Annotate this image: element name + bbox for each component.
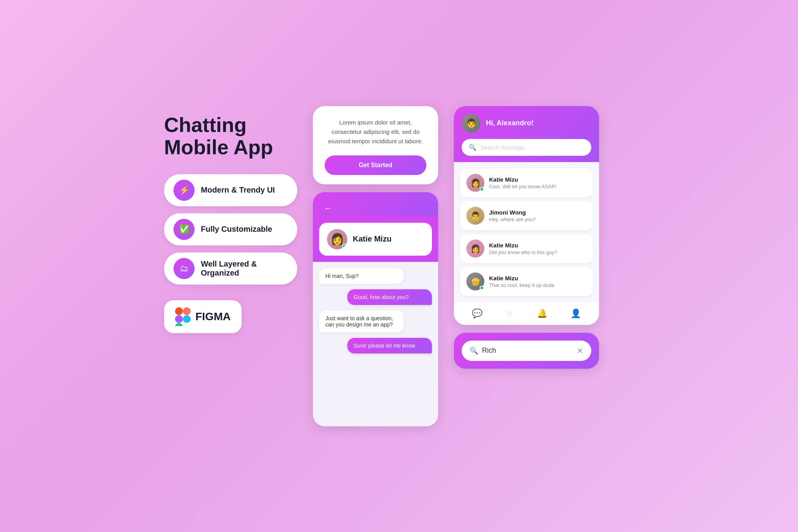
search-placeholder: Search message...: [480, 144, 529, 151]
online-dot: [480, 286, 484, 290]
list-avatar: 👩: [466, 240, 484, 258]
chat-messages: Hi man, Sup?Good, how about you?Just wan…: [313, 262, 438, 426]
bottom-nav: 💬 ☆ 🔔 👤: [454, 302, 599, 325]
chat-list-item[interactable]: 👩 Katie Mizu Did you know who is this gu…: [460, 234, 593, 263]
contact-name: Katie Mizu: [353, 234, 392, 243]
nav-bell-icon[interactable]: 🔔: [537, 308, 547, 319]
chat-app-header: 👨 Hi, Alexandro! 🔍 Search message...: [454, 106, 599, 162]
online-indicator: [342, 244, 347, 249]
search-card-icon: 🔍: [469, 346, 478, 355]
list-contact-name: Katie Mizu: [489, 242, 587, 249]
contact-avatar: 👩: [327, 229, 347, 249]
svg-rect-1: [183, 307, 191, 315]
left-panel: Chatting Mobile App ⚡ Modern & Trendy UI…: [164, 106, 297, 333]
svg-rect-3: [175, 323, 183, 326]
bottom-search-card: 🔍 ✕: [454, 333, 599, 369]
greeting-text: Hi, Alexandro!: [486, 119, 533, 127]
welcome-body-text: Lorem ipsum dolor sit amet, consectetur …: [325, 118, 426, 146]
feature-customizable: ✅ Fully Customizable: [164, 213, 297, 245]
list-avatar: 👨: [466, 207, 484, 225]
search-icon: 🔍: [469, 144, 477, 151]
list-avatar: 👩: [466, 174, 484, 192]
back-button[interactable]: ←: [321, 200, 336, 216]
feature-customizable-icon: ✅: [173, 219, 195, 240]
feature-layered: 🗂 Well Layered & Organized: [164, 252, 297, 285]
feature-trendy-label: Modern & Trendy UI: [201, 186, 275, 195]
features-list: ⚡ Modern & Trendy UI ✅ Fully Customizabl…: [164, 174, 297, 285]
figma-icon: [175, 307, 191, 326]
message-bubble: Hi man, Sup?: [319, 268, 404, 284]
list-last-message: Hey, where are you?: [489, 216, 587, 222]
list-info: Katie Mizu Cool, Will let you know ASAP!: [489, 176, 587, 189]
title-line1: Chatting: [164, 114, 247, 136]
search-card-bar[interactable]: 🔍 ✕: [462, 341, 591, 361]
right-section: 👨 Hi, Alexandro! 🔍 Search message... 👩: [454, 106, 599, 369]
welcome-card-content: Lorem ipsum dolor sit amet, consectetur …: [313, 106, 438, 184]
chat-list-item[interactable]: 👴 Katie Mizu That so cool, keep it up du…: [460, 267, 593, 296]
contact-card: 👩 Katie Mizu: [319, 223, 432, 256]
chat-list: 👩 Katie Mizu Cool, Will let you know ASA…: [454, 162, 599, 302]
svg-rect-0: [175, 307, 183, 315]
feature-trendy: ⚡ Modern & Trendy UI: [164, 174, 297, 206]
middle-section: Lorem ipsum dolor sit amet, consectetur …: [313, 106, 438, 426]
welcome-card: Lorem ipsum dolor sit amet, consectetur …: [313, 106, 438, 184]
feature-layered-label: Well Layered & Organized: [201, 260, 288, 278]
chat-header: ←: [313, 192, 438, 216]
figma-logo: FIGMA: [175, 307, 231, 326]
list-last-message: Did you know who is this guy?: [489, 249, 587, 255]
get-started-button[interactable]: Get Started: [325, 155, 426, 175]
nav-star-icon[interactable]: ☆: [506, 308, 513, 319]
figma-label: FIGMA: [195, 310, 231, 323]
chat-list-item[interactable]: 👩 Katie Mizu Cool, Will let you know ASA…: [460, 168, 593, 197]
main-title: Chatting Mobile App: [164, 114, 297, 159]
list-info: Katie Mizu That so cool, keep it up dude: [489, 275, 587, 288]
list-contact-name: Katie Mizu: [489, 176, 587, 183]
message-bubble: Just want to ask a question, can you des…: [319, 310, 404, 332]
feature-trendy-icon: ⚡: [173, 180, 195, 201]
list-avatar: 👴: [466, 272, 484, 290]
chat-phone: ← 👩 Katie Mizu Hi man, Sup?Good, how abo…: [313, 192, 438, 426]
feature-customizable-label: Fully Customizable: [201, 225, 272, 234]
list-last-message: Cool, Will let you know ASAP!: [489, 184, 587, 189]
title-line2: Mobile App: [164, 136, 273, 159]
list-info: Jimoni Wong Hey, where are you?: [489, 209, 587, 222]
list-contact-name: Jimoni Wong: [489, 209, 587, 216]
search-bar[interactable]: 🔍 Search message...: [462, 139, 591, 156]
nav-person-icon[interactable]: 👤: [571, 308, 581, 319]
search-card-input[interactable]: [482, 346, 573, 355]
online-dot: [480, 187, 484, 191]
list-last-message: That so cool, keep it up dude: [489, 282, 587, 288]
chat-list-item[interactable]: 👨 Jimoni Wong Hey, where are you?: [460, 201, 593, 230]
chat-app: 👨 Hi, Alexandro! 🔍 Search message... 👩: [454, 106, 599, 325]
message-bubble: Good, how about you?: [347, 289, 432, 305]
search-card-close-button[interactable]: ✕: [577, 346, 583, 355]
svg-point-4: [183, 315, 191, 323]
svg-rect-2: [175, 315, 183, 323]
user-avatar: 👨: [462, 114, 480, 133]
figma-badge: FIGMA: [164, 300, 242, 333]
list-info: Katie Mizu Did you know who is this guy?: [489, 242, 587, 255]
nav-chat-icon[interactable]: 💬: [472, 308, 482, 319]
main-container: Chatting Mobile App ⚡ Modern & Trendy UI…: [164, 106, 634, 426]
greeting-row: 👨 Hi, Alexandro!: [462, 114, 591, 133]
feature-layered-icon: 🗂: [173, 258, 195, 279]
message-bubble: Sure! please let me know: [347, 338, 432, 353]
list-contact-name: Katie Mizu: [489, 275, 587, 281]
